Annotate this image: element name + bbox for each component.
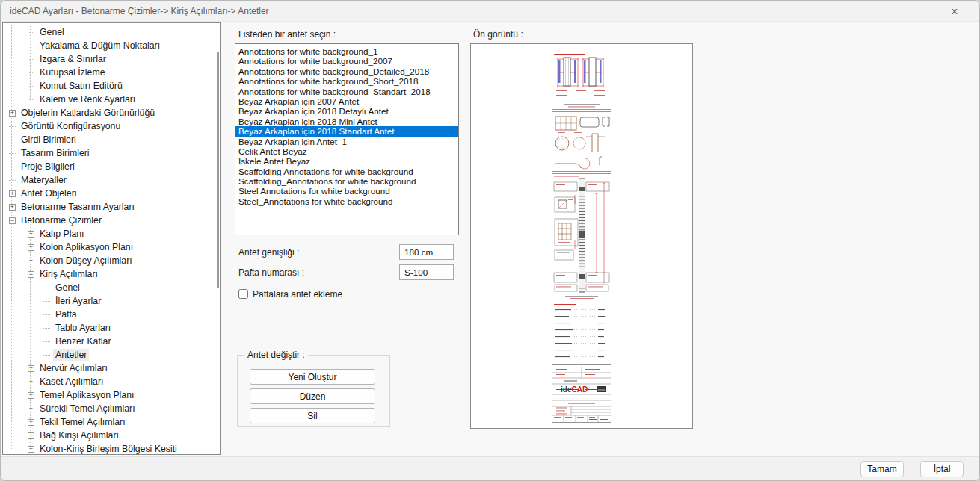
tree-item[interactable]: Izgara & Sınırlar (3, 52, 220, 66)
expand-icon[interactable]: + (28, 379, 34, 385)
expand-icon[interactable]: + (28, 231, 34, 238)
list-item[interactable]: Beyaz Arkaplan için Antet_1 (235, 137, 458, 146)
tree-leader (9, 126, 16, 127)
tree-leader (9, 180, 16, 181)
tree-item-label: Nervür Açılımları (37, 362, 110, 374)
tree-item-label: Antetler (53, 349, 89, 361)
tree-item[interactable]: Tablo Ayarları (3, 321, 220, 335)
add-antet-to-sheets-checkbox[interactable] (238, 289, 248, 299)
tree-item[interactable]: Genel (3, 25, 220, 39)
tree-item[interactable]: −Kiriş Açılımları (3, 267, 220, 281)
list-item[interactable]: Beyaz Arkaplan için 2007 Antet (235, 96, 458, 106)
cancel-button[interactable]: İptal (920, 461, 964, 477)
expand-icon[interactable]: + (9, 204, 16, 211)
expand-icon[interactable]: + (28, 258, 34, 264)
list-item[interactable]: Annotations for white background_1 (235, 46, 458, 56)
edit-button[interactable]: Düzen (250, 388, 375, 404)
tree-item-label: Betonarme Tasarım Ayarları (19, 201, 137, 213)
tree-item[interactable]: Antetler (3, 348, 220, 361)
tree-item[interactable]: +Kolon Düşey Açılımları (3, 254, 220, 267)
expand-icon[interactable]: + (28, 392, 34, 399)
tree-item[interactable]: +Kaset Açılımları (3, 375, 220, 388)
tree-item[interactable]: Kutupsal İzleme (3, 66, 220, 79)
tree-item[interactable]: +Temel Aplikasyon Planı (3, 388, 220, 402)
tree-item[interactable]: +Tekil Temel Açılımları (3, 415, 220, 429)
tree-item[interactable]: İleri Ayarlar (3, 294, 220, 308)
antet-listbox: Annotations for white background_1Annota… (235, 43, 459, 235)
expand-icon[interactable]: + (9, 110, 16, 117)
tree-item-label: Sürekli Temel Açılımları (37, 403, 138, 415)
list-item[interactable]: Scaffolding Annotations for white backgr… (235, 167, 458, 176)
tree-item[interactable]: +Bağ Kirişi Açılımları (3, 429, 220, 442)
tree-leader (9, 153, 16, 154)
tree-item[interactable]: Görüntü Konfigürasyonu (3, 120, 220, 133)
tree-item-label: Bağ Kirişi Açılımları (37, 429, 121, 441)
list-item[interactable]: Annotations for white background_Short_2… (235, 76, 458, 86)
delete-button[interactable]: Sil (250, 408, 375, 423)
expand-icon[interactable]: + (28, 406, 34, 412)
list-item[interactable]: Beyaz Arkaplan için 2018 Detaylı Antet (235, 106, 458, 116)
list-item[interactable]: Scaffolding_Annotations for white backgr… (235, 176, 458, 186)
tree-item[interactable]: −Betonarme Çizimler (3, 214, 220, 227)
tree-item[interactable]: +Objelerin Katlardaki Görünürlüğü (3, 106, 220, 120)
tree-item-label: Materyaller (19, 174, 69, 186)
tree-leader (43, 314, 50, 315)
sheet-number-input[interactable] (399, 264, 454, 280)
tree-item-label: Kutupsal İzleme (37, 66, 108, 78)
list-item[interactable]: Beyaz Arkaplan için 2018 Mini Antet (235, 117, 458, 126)
tree-item[interactable]: +Nervür Açılımları (3, 361, 220, 375)
ok-button[interactable]: Tamam (860, 461, 904, 477)
list-item[interactable]: Steel_Annotations for white background (235, 196, 458, 206)
tree-item[interactable]: +Betonarme Tasarım Ayarları (3, 200, 220, 214)
close-icon[interactable]: × (943, 1, 966, 22)
list-item[interactable]: Annotations for white background_Detaile… (235, 66, 458, 76)
tree-item[interactable]: +Kolon Aplikasyon Planı (3, 241, 220, 254)
tree-item-label: Yakalama & Düğüm Noktaları (37, 40, 162, 52)
list-item[interactable]: Steel Annotations for white background (235, 186, 458, 196)
antet-width-label: Antet genişliği : (238, 247, 299, 258)
tree-item[interactable]: Proje Bilgileri (3, 160, 220, 173)
tree-item[interactable]: Genel (3, 281, 220, 294)
expand-icon[interactable]: + (28, 365, 34, 372)
tree-item[interactable]: +Kalıp Planı (3, 227, 220, 241)
preview-panel: ideCAD® (470, 43, 693, 429)
list-item[interactable]: Beyaz Arkaplan için 2018 Standart Antet (235, 126, 458, 136)
tree-item[interactable]: Benzer Katlar (3, 335, 220, 348)
tree-item[interactable]: Tasarım Birimleri (3, 146, 220, 160)
list-item[interactable]: Annotations for white background_Standar… (235, 87, 458, 96)
list-item[interactable]: Celik Antet Beyaz (235, 146, 458, 156)
tree-item[interactable]: +Sürekli Temel Açılımları (3, 402, 220, 415)
tree-item[interactable]: +Kolon-Kiriş Birleşim Bölgesi Kesiti (3, 442, 220, 455)
tree-item[interactable]: Materyaller (3, 173, 220, 187)
tree-item[interactable]: Kalem ve Renk Ayarları (3, 93, 220, 106)
list-item[interactable]: Iskele Antet Beyaz (235, 156, 458, 166)
collapse-icon[interactable]: − (9, 217, 16, 224)
logo-ide-text: ide (561, 385, 572, 394)
tree-leader (28, 46, 34, 46)
tree-item[interactable]: +Antet Objeleri (3, 187, 220, 200)
tree-leader (28, 99, 34, 100)
expand-icon[interactable]: + (28, 244, 34, 251)
tree-item[interactable]: Girdi Birimleri (3, 133, 220, 146)
tree-leader (9, 140, 16, 140)
list-item[interactable]: Annotations for white background_2007 (235, 56, 458, 66)
tree-item-label: Tablo Ayarları (53, 322, 113, 334)
tree-scrollbar-thumb[interactable] (217, 52, 219, 288)
antet-width-input[interactable] (399, 244, 454, 260)
tree-item[interactable]: Pafta (3, 308, 220, 321)
expand-icon[interactable]: + (28, 446, 34, 453)
expand-icon[interactable]: + (28, 432, 34, 439)
modify-antet-group-label: Antet değiştir : (244, 350, 308, 360)
tree-item-label: Pafta (53, 308, 79, 320)
expand-icon[interactable]: + (9, 190, 16, 197)
settings-dialog: ideCAD Ayarları - Betonarme Çizimler-> K… (0, 0, 980, 481)
sheet-number-label: Pafta numarası : (238, 267, 304, 278)
tree-item[interactable]: Komut Satırı Editörü (3, 79, 220, 93)
tree-item-label: Antet Objeleri (19, 187, 79, 199)
create-new-button[interactable]: Yeni Oluştur (250, 369, 375, 385)
tree-item[interactable]: Yakalama & Düğüm Noktaları (3, 39, 220, 52)
svg-text:ideCAD®: ideCAD® (561, 385, 590, 394)
expand-icon[interactable]: + (28, 419, 34, 426)
collapse-icon[interactable]: − (28, 271, 34, 278)
tree-item-label: Genel (37, 26, 67, 38)
